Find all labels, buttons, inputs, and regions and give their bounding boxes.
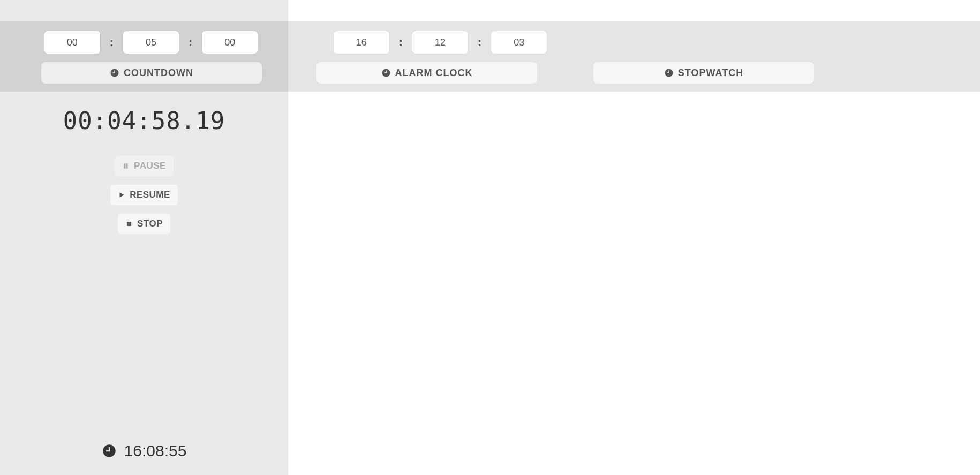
resume-button[interactable]: RESUME [110,185,178,205]
resume-button-label: RESUME [130,190,170,200]
pause-button[interactable]: PAUSE [115,156,174,176]
footer-clock: 16:08:55 [0,442,288,460]
alarm-inputs: : : [302,31,578,54]
stop-button-label: STOP [137,218,163,229]
stop-button[interactable]: STOP [118,214,170,234]
clock-icon [102,443,117,458]
footer-time: 16:08:55 [124,442,187,460]
alarm-clock-button[interactable]: ALARM CLOCK [316,62,537,84]
pause-icon [122,162,130,170]
play-icon [118,191,125,199]
countdown-inputs: : : [0,31,302,54]
time-separator: : [478,35,481,49]
countdown-seconds-input[interactable] [202,31,258,54]
time-separator: : [110,35,114,49]
stopwatch-panel: STOPWATCH [578,0,868,92]
alarm-panel: : : ALARM CLOCK [302,0,578,92]
alarm-hours-input[interactable] [334,31,389,54]
alarm-minutes-input[interactable] [412,31,468,54]
svg-rect-0 [127,222,131,226]
stopwatch-button-label: STOPWATCH [678,67,743,79]
controls: PAUSE RESUME STOP [0,156,288,234]
countdown-hours-input[interactable] [44,31,100,54]
countdown-minutes-input[interactable] [123,31,179,54]
clock-icon [381,68,391,78]
alarm-seconds-input[interactable] [491,31,547,54]
clock-icon [664,68,674,78]
content-area: 00:04:58.19 PAUSE RESUME STOP [0,102,288,234]
countdown-display: 00:04:58.19 [0,107,288,134]
countdown-panel: : : COUNTDOWN [0,0,302,92]
time-separator: : [189,35,192,49]
time-separator: : [399,35,403,49]
countdown-button[interactable]: COUNTDOWN [41,62,262,84]
countdown-button-label: COUNTDOWN [124,67,193,79]
clock-icon [110,68,119,78]
stop-icon [125,220,133,228]
alarm-button-label: ALARM CLOCK [395,67,473,79]
stopwatch-button[interactable]: STOPWATCH [593,62,814,84]
pause-button-label: PAUSE [134,161,166,171]
